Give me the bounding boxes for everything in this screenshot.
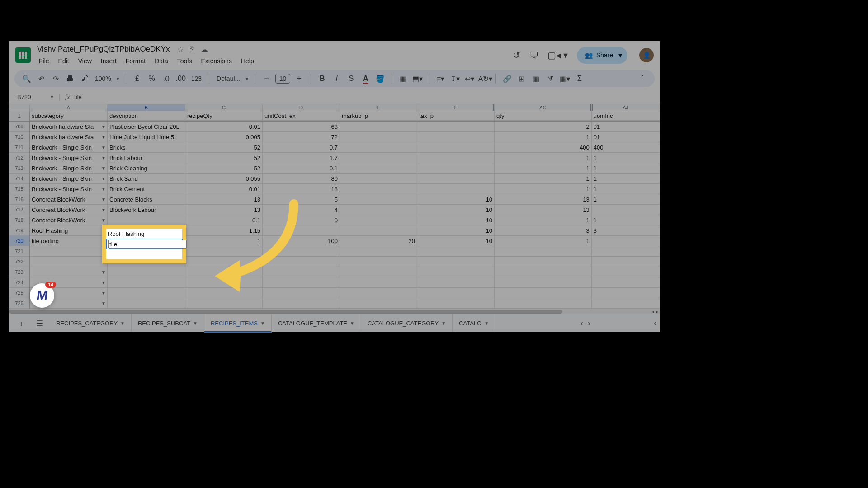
formula-content[interactable]: tile [74,94,82,100]
cell[interactable]: 1 [185,236,263,246]
percent-icon[interactable]: % [146,75,158,83]
cell[interactable]: Plasticiser Bycol Clear 20L [108,122,185,132]
cell[interactable]: ▼ [30,246,108,257]
cell[interactable] [340,215,417,225]
italic-icon[interactable]: I [331,75,343,83]
column-header-E[interactable]: E [340,104,417,111]
dropdown-arrow-icon[interactable]: ▼ [101,197,106,202]
borders-icon[interactable]: ▦ [397,75,409,83]
cell[interactable] [185,288,263,298]
increase-decimal-icon[interactable]: .00 [175,75,187,83]
sheet-tab-menu-icon[interactable]: ▼ [350,321,354,326]
column-header-B[interactable]: B [108,104,185,111]
insert-comment-icon[interactable]: ⊞ [516,75,528,83]
cell[interactable] [417,246,495,257]
cell[interactable]: 13 [495,205,592,215]
row-header[interactable]: 720 [9,236,29,246]
cells-area[interactable]: subcategorydescriptionrecipeQtyunitCost_… [30,111,660,309]
sheet-tab-menu-icon[interactable]: ▼ [260,321,265,326]
cell[interactable] [263,225,340,236]
cell[interactable] [417,267,495,277]
merge-icon[interactable]: ⬒▾ [412,75,424,83]
cell[interactable] [263,277,340,288]
cell[interactable]: 10 [417,225,495,236]
font-select[interactable]: Defaul... ▼ [215,75,249,82]
extension-floating-button[interactable]: M 14 [30,283,54,308]
dropdown-arrow-icon[interactable]: ▼ [101,291,106,296]
cell[interactable]: 1 [495,184,592,194]
cell[interactable]: 52 [185,153,263,163]
cell[interactable]: tax_p [417,111,495,121]
cell[interactable]: tile roofing [30,236,108,246]
cell[interactable]: 01 [592,122,660,132]
cell[interactable] [185,298,263,309]
sheet-tab[interactable]: RECIPES_SUBCAT▼ [132,314,204,332]
cell[interactable] [340,122,417,132]
cell[interactable] [340,142,417,153]
column-header-AJ[interactable]: AJ [592,104,660,111]
cell[interactable] [592,205,660,215]
cell[interactable]: 0.005 [185,132,263,142]
cell[interactable]: 1 [592,163,660,174]
tab-scroll-left-icon[interactable]: ‹ [580,319,583,328]
cell[interactable]: 63 [263,122,340,132]
history-icon[interactable]: ↺ [513,50,520,61]
star-icon[interactable]: ☆ [177,45,184,54]
cell[interactable] [263,257,340,267]
column-header-C[interactable]: C [185,104,263,111]
cell[interactable] [495,257,592,267]
functions-icon[interactable]: Σ [574,75,585,83]
cell[interactable] [495,288,592,298]
spreadsheet-grid[interactable]: 1709710711712713714715716717718719720721… [9,104,660,309]
document-title[interactable]: Vishv Patel_FPuPgQizTPbibAOeDKYx [35,44,172,55]
cell[interactable]: 10 [417,205,495,215]
redo-icon[interactable]: ↷ [50,75,61,83]
cell[interactable]: 18 [263,184,340,194]
row-header[interactable]: 724 [9,277,29,288]
column-header-D[interactable]: D [263,104,340,111]
cell[interactable]: Concreat BlockWork▼ [30,205,108,215]
cell[interactable] [263,288,340,298]
row-header[interactable]: 712 [9,153,29,163]
cell[interactable] [340,267,417,277]
cell[interactable]: Brickwork hardware Sta▼ [30,132,108,142]
select-all-corner[interactable] [9,104,30,111]
cell[interactable]: 3 [592,225,660,236]
cell[interactable]: 1 [592,174,660,184]
all-sheets-icon[interactable]: ☰ [32,319,48,328]
cell[interactable]: 1 [592,194,660,205]
name-box[interactable]: B720 [14,92,45,102]
row-header[interactable]: 716 [9,194,29,205]
zoom-select[interactable]: 100% ▼ [93,75,120,82]
cell[interactable]: Brick Labour [108,153,185,163]
cell[interactable]: 13 [185,205,263,215]
dropdown-arrow-icon[interactable]: ▼ [101,176,106,181]
cell[interactable]: ▼ [30,257,108,267]
cell[interactable]: 80 [263,174,340,184]
cell[interactable] [592,277,660,288]
cell[interactable] [108,288,185,298]
cell[interactable] [340,288,417,298]
cell[interactable] [417,174,495,184]
row-header[interactable]: 715 [9,184,29,194]
cell[interactable] [417,277,495,288]
cell[interactable]: 100 [263,236,340,246]
cell[interactable] [340,205,417,215]
row-header[interactable]: 719 [9,225,29,236]
cell[interactable] [495,267,592,277]
cell[interactable] [340,246,417,257]
font-size-input[interactable]: 10 [275,74,291,84]
dropdown-arrow-icon[interactable]: ▼ [101,280,106,285]
cell[interactable] [108,298,185,309]
text-color-icon[interactable]: A [360,75,372,83]
row-header[interactable]: 711 [9,142,29,153]
account-avatar[interactable]: 👤 [639,48,654,62]
horizontal-scrollbar[interactable]: ◂▸ [9,309,660,314]
cell[interactable] [592,257,660,267]
row-header[interactable]: 722 [9,257,29,267]
row-header[interactable]: 725 [9,288,29,298]
row-header[interactable]: 1 [9,111,29,122]
cell[interactable]: description [108,111,185,121]
font-size-decrease[interactable]: − [260,74,273,84]
cell[interactable]: 0.01 [185,122,263,132]
